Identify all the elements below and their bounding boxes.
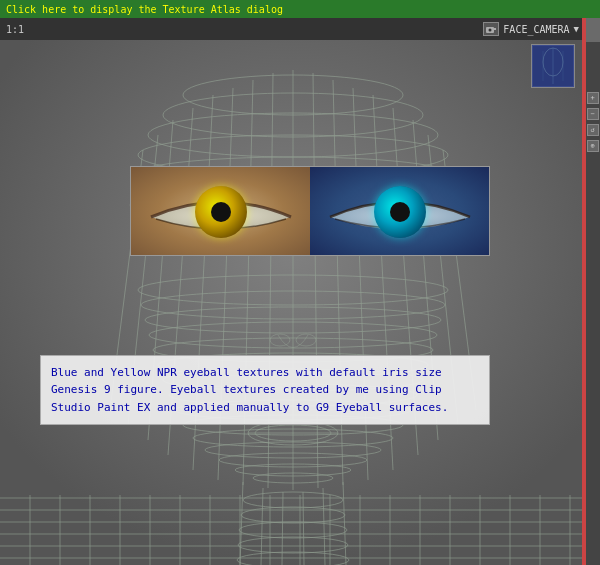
rotate-button[interactable]: ↺: [587, 124, 599, 136]
main-viewport-area: 1:1 FACE_CAMERA ▼: [0, 18, 600, 565]
zoom-out-button[interactable]: −: [587, 108, 599, 120]
svg-rect-3: [0, 40, 585, 565]
viewport-ratio-label: 1:1: [6, 24, 24, 35]
viewport-topbar: 1:1 FACE_CAMERA ▼: [0, 18, 585, 40]
orbit-button[interactable]: ⊕: [587, 140, 599, 152]
top-bar-label: Click here to display the Texture Atlas …: [6, 4, 283, 15]
side-toolbar: + − ↺ ⊕: [585, 42, 600, 565]
viewport-thumbnail: [531, 44, 575, 88]
texture-atlas-bar[interactable]: Click here to display the Texture Atlas …: [0, 0, 600, 18]
zoom-in-button[interactable]: +: [587, 92, 599, 104]
eye-strip-inner: [131, 167, 489, 255]
right-iris-cyan: [374, 186, 426, 238]
right-accent-bar: [582, 18, 586, 565]
left-iris-yellow: [195, 186, 247, 238]
svg-point-2: [489, 29, 492, 32]
right-eye-texture: [310, 167, 489, 256]
camera-icon: [483, 22, 499, 36]
head-wireframe-svg: [0, 40, 585, 565]
3d-viewport[interactable]: 1:1 FACE_CAMERA ▼: [0, 18, 585, 565]
camera-name-label: FACE_CAMERA: [503, 24, 569, 35]
left-eye-texture: [131, 167, 310, 256]
description-panel: Blue and Yellow NPR eyeball textures wit…: [40, 355, 490, 426]
svg-rect-1: [494, 28, 496, 30]
camera-dropdown-arrow[interactable]: ▼: [574, 24, 579, 34]
eye-texture-strip: [130, 166, 490, 256]
wireframe-head: [0, 40, 585, 565]
description-text: Blue and Yellow NPR eyeball textures wit…: [51, 366, 448, 414]
camera-selector[interactable]: FACE_CAMERA ▼: [483, 22, 579, 36]
